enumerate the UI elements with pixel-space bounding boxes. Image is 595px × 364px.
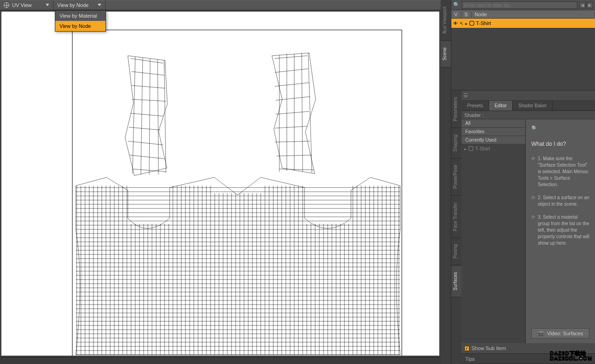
eye-icon[interactable] bbox=[453, 20, 458, 26]
scene-item-label: T-Shirt bbox=[476, 20, 491, 26]
menu-item-view-by-node[interactable]: View by Node bbox=[55, 21, 106, 31]
shader-label: Shader : bbox=[464, 112, 484, 118]
search-icon: 🔍 bbox=[453, 2, 460, 8]
col-node[interactable]: Node bbox=[472, 12, 595, 17]
menu-item-view-by-material[interactable]: View by Material bbox=[55, 11, 106, 21]
menu-icon[interactable]: ☰ bbox=[463, 92, 468, 98]
cat-all[interactable]: All bbox=[462, 119, 525, 128]
vtab-surfaces[interactable]: Surfaces bbox=[451, 266, 462, 297]
category-list: All Favorites Currently Used T-Shirt bbox=[462, 119, 526, 343]
caret-down-icon bbox=[98, 4, 101, 6]
uv-view-label: UV View bbox=[12, 2, 43, 8]
checkbox-icon[interactable]: ✓ bbox=[464, 346, 469, 351]
vtab-parameters[interactable]: Parameters bbox=[451, 91, 462, 128]
view-mode-menu: View by Material View by Node bbox=[55, 10, 106, 32]
filter-next-button[interactable]: ► bbox=[587, 2, 593, 8]
scene-vtabs: Aux Viewport Scene bbox=[441, 0, 451, 364]
object-icon bbox=[469, 21, 474, 26]
show-sub-label: Show Sub Item bbox=[471, 345, 506, 351]
view-mode-label: View by Node bbox=[57, 2, 95, 8]
select-icon[interactable]: ↖ bbox=[460, 21, 463, 26]
expand-icon[interactable] bbox=[464, 146, 467, 151]
tab-presets[interactable]: Presets bbox=[462, 101, 489, 110]
col-s[interactable]: S bbox=[462, 12, 472, 17]
uv-wireframe bbox=[72, 30, 402, 356]
help-step-3: 3. Select a material group from the list… bbox=[531, 214, 589, 247]
cat-currently-used[interactable]: Currently Used bbox=[462, 136, 525, 144]
cat-tree-tshirt[interactable]: T-Shirt bbox=[462, 144, 525, 153]
scene-panel: 🔍 ◄ ► V S Node ↖ T-Shir bbox=[451, 0, 595, 91]
vtab-shaping[interactable]: Shaping bbox=[451, 128, 462, 159]
surfaces-vtabs: Parameters Shaping PowerPose Face Transf… bbox=[451, 91, 462, 364]
vtab-powerpose[interactable]: PowerPose bbox=[451, 158, 462, 195]
surfaces-tabs: Presets Editor Shader Baker bbox=[462, 101, 595, 111]
watermark: DAZ3D下载站 DAZ3DDL.COM bbox=[550, 351, 592, 361]
help-search[interactable]: 🔍 bbox=[531, 124, 589, 132]
vtab-scene[interactable]: Scene bbox=[441, 41, 451, 67]
globe-icon bbox=[4, 2, 9, 8]
help-step-2: 2. Select a surface on an object in the … bbox=[531, 195, 589, 208]
watermark-bottom: DAZ3DDL.COM bbox=[550, 356, 592, 361]
vtab-face-transfer[interactable]: Face Transfer bbox=[451, 196, 462, 238]
help-step-1: 1. Make sure the "Surface Selection Tool… bbox=[531, 156, 589, 188]
expand-icon[interactable] bbox=[465, 20, 468, 26]
video-icon bbox=[538, 331, 543, 336]
scene-item-tshirt[interactable]: ↖ T-Shirt bbox=[451, 19, 595, 28]
caret-down-icon bbox=[46, 4, 49, 6]
cat-tree-label: T-Shirt bbox=[475, 146, 490, 151]
shader-label-row: Shader : bbox=[462, 111, 595, 119]
scene-filter-input[interactable] bbox=[462, 1, 577, 9]
scene-header: V S Node bbox=[451, 10, 595, 19]
help-title: What do I do? bbox=[531, 141, 589, 147]
tips-label: Tips bbox=[465, 356, 475, 362]
status-strip bbox=[0, 357, 441, 364]
vtab-posing[interactable]: Posing bbox=[451, 238, 462, 266]
object-icon bbox=[469, 146, 473, 151]
video-surfaces-button[interactable]: Video: Surfaces bbox=[531, 328, 589, 338]
vtab-aux-viewport[interactable]: Aux Viewport bbox=[441, 0, 451, 41]
video-btn-label: Video: Surfaces bbox=[547, 331, 583, 336]
view-mode-dropdown[interactable]: View by Node bbox=[53, 0, 106, 10]
tab-shader-baker[interactable]: Shader Baker bbox=[513, 101, 553, 110]
col-v[interactable]: V bbox=[451, 12, 462, 17]
uv-canvas[interactable] bbox=[1, 12, 439, 356]
uv-toolbar: UV View View by Node bbox=[0, 0, 441, 10]
cat-favorites[interactable]: Favorites bbox=[462, 128, 525, 136]
filter-prev-button[interactable]: ◄ bbox=[579, 2, 586, 8]
scene-tree-empty[interactable] bbox=[451, 28, 595, 90]
tab-editor[interactable]: Editor bbox=[489, 101, 513, 110]
help-pane: 🔍 What do I do? 1. Make sure the "Surfac… bbox=[526, 119, 595, 343]
uv-view-dropdown[interactable]: UV View bbox=[0, 0, 53, 10]
